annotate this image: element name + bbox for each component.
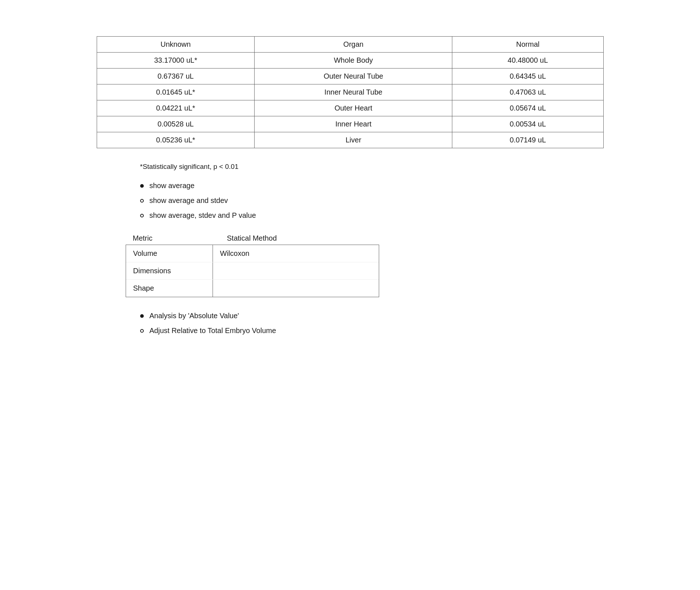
metric-section: Metric Statical Method VolumeWilcoxonDim… — [126, 234, 604, 297]
bullet-text: show average — [150, 182, 195, 190]
cell-normal: 40.48000 uL — [452, 53, 603, 68]
cell-unknown: 0.05236 uL* — [97, 132, 255, 148]
bullet-text: Adjust Relative to Total Embryo Volume — [150, 327, 276, 335]
method-col-header: Statical Method — [227, 234, 277, 242]
bullet-text: show average, stdev and P value — [150, 211, 256, 220]
bottom-bullet-item: Adjust Relative to Total Embryo Volume — [140, 327, 604, 335]
cell-organ: Inner Heart — [255, 116, 452, 132]
metric-headers: Metric Statical Method — [126, 234, 604, 242]
metric-row: Shape — [126, 280, 379, 297]
bullet-text: show average and stdev — [150, 196, 228, 205]
cell-unknown: 0.01645 uL* — [97, 84, 255, 100]
bullet-filled-icon — [140, 314, 144, 318]
cell-unknown: 0.00528 uL — [97, 116, 255, 132]
cell-unknown: 0.67367 uL — [97, 68, 255, 84]
cell-normal: 0.47063 uL — [452, 84, 603, 100]
cell-normal: 0.07149 uL — [452, 132, 603, 148]
metric-col-header: Metric — [133, 234, 220, 242]
metric-table: VolumeWilcoxonDimensionsShape — [126, 245, 379, 297]
cell-organ: Whole Body — [255, 53, 452, 68]
metric-row: Dimensions — [126, 262, 379, 280]
col-header-normal: Normal — [452, 37, 603, 53]
cell-organ: Inner Neural Tube — [255, 84, 452, 100]
bullet-open-icon — [140, 199, 144, 203]
bullet-item: show average, stdev and P value — [140, 211, 604, 220]
cell-normal: 0.00534 uL — [452, 116, 603, 132]
table-row: 0.00528 uLInner Heart0.00534 uL — [97, 116, 603, 132]
main-container: Unknown Organ Normal 33.17000 uL*Whole B… — [97, 22, 604, 335]
bullet-filled-icon — [140, 184, 144, 188]
bottom-list: Analysis by 'Absolute Value'Adjust Relat… — [140, 312, 604, 335]
bottom-bullet-item: Analysis by 'Absolute Value' — [140, 312, 604, 320]
method-cell: Wilcoxon — [213, 245, 379, 262]
table-row: 0.04221 uL*Outer Heart0.05674 uL — [97, 100, 603, 116]
cell-organ: Outer Heart — [255, 100, 452, 116]
bullet-open-icon — [140, 214, 144, 217]
method-cell — [213, 280, 379, 297]
table-row: 33.17000 uL*Whole Body40.48000 uL — [97, 53, 603, 68]
table-row: 0.67367 uLOuter Neural Tube0.64345 uL — [97, 68, 603, 84]
metric-cell: Volume — [126, 245, 213, 262]
col-header-unknown: Unknown — [97, 37, 255, 53]
bullet-list: show averageshow average and stdevshow a… — [140, 182, 604, 220]
bullet-item: show average and stdev — [140, 196, 604, 205]
statistical-note: *Statistically significant, p < 0.01 — [140, 163, 604, 171]
bullet-text: Analysis by 'Absolute Value' — [150, 312, 239, 320]
table-row: 0.01645 uL*Inner Neural Tube0.47063 uL — [97, 84, 603, 100]
cell-unknown: 0.04221 uL* — [97, 100, 255, 116]
cell-normal: 0.64345 uL — [452, 68, 603, 84]
cell-organ: Liver — [255, 132, 452, 148]
cell-unknown: 33.17000 uL* — [97, 53, 255, 68]
metric-cell: Shape — [126, 280, 213, 297]
col-header-organ: Organ — [255, 37, 452, 53]
table-row: 0.05236 uL*Liver0.07149 uL — [97, 132, 603, 148]
data-table: Unknown Organ Normal 33.17000 uL*Whole B… — [97, 36, 604, 148]
cell-normal: 0.05674 uL — [452, 100, 603, 116]
method-cell — [213, 262, 379, 279]
bullet-item: show average — [140, 182, 604, 190]
cell-organ: Outer Neural Tube — [255, 68, 452, 84]
metric-row: VolumeWilcoxon — [126, 245, 379, 262]
metric-cell: Dimensions — [126, 262, 213, 279]
bullet-open-icon — [140, 329, 144, 333]
